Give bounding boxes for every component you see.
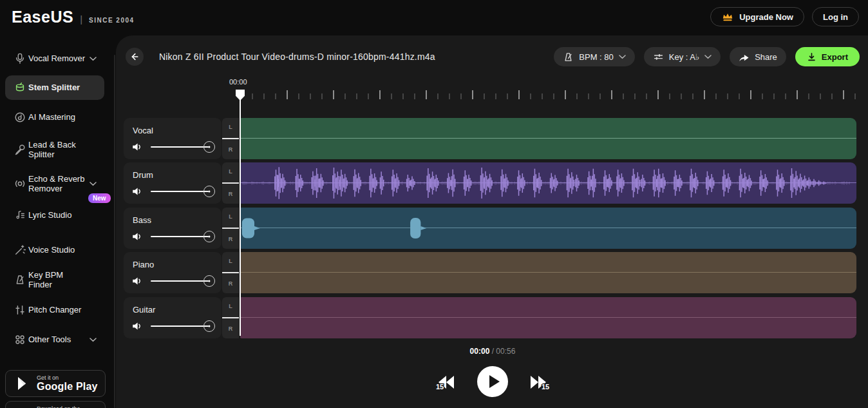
sidebar-item-ai-mastering[interactable]: AI Mastering <box>0 106 116 128</box>
ruler-tick <box>449 93 450 99</box>
ruler-tick <box>576 93 578 99</box>
sidebar-item-lyric-studio[interactable]: Lyric Studio New <box>0 204 116 226</box>
export-label: Export <box>822 52 848 62</box>
share-button[interactable]: Share <box>730 47 786 66</box>
channel-left-label: L <box>222 124 239 130</box>
ruler-tick <box>739 93 740 99</box>
echo-icon <box>14 178 26 189</box>
sidebar-item-voice-studio[interactable]: Voice Studio <box>0 239 116 261</box>
ruler-tick <box>379 90 381 99</box>
sidebar-item-label: Key BPM Finder <box>28 270 88 290</box>
sidebar-item-stem-splitter[interactable]: Stem Splitter <box>5 75 104 100</box>
channel-column: L R <box>222 252 239 293</box>
volume-slider[interactable] <box>151 191 209 192</box>
skip-forward-15-button[interactable]: 15 <box>529 374 551 391</box>
ruler-tick <box>762 93 763 99</box>
app-store-badge[interactable]: Download on the <box>5 401 106 408</box>
track-row-vocal: Vocal L R <box>116 118 868 159</box>
waveform-piano[interactable] <box>240 252 856 293</box>
waveform-drum[interactable] <box>240 162 856 204</box>
speaker-icon[interactable] <box>131 231 143 242</box>
track-row-bass: Bass L R <box>116 208 868 249</box>
ruler-ticks[interactable] <box>240 90 856 100</box>
speaker-icon[interactable] <box>131 186 143 197</box>
volume-slider[interactable] <box>151 236 209 237</box>
speaker-icon[interactable] <box>131 275 143 287</box>
key-value: Key : A♭ <box>669 52 699 62</box>
channel-column: L R <box>222 118 239 159</box>
download-icon <box>807 52 816 62</box>
sidebar-item-label: Vocal Remover <box>28 53 85 63</box>
sidebar-item-key-bpm-finder[interactable]: Key BPM Finder <box>0 269 116 291</box>
key-slider-icon <box>653 52 664 63</box>
chevron-down-icon <box>619 55 626 59</box>
ruler-tick <box>588 93 589 99</box>
crown-icon <box>721 11 734 23</box>
speaker-icon[interactable] <box>131 320 143 332</box>
ruler-tick <box>287 90 288 99</box>
ruler-tick <box>321 93 323 99</box>
channel-column: L R <box>222 297 239 338</box>
current-time: 00:00 <box>470 347 490 356</box>
google-play-icon <box>17 376 30 391</box>
sidebar-item-lead-back-splitter[interactable]: Lead & Back Splitter <box>0 134 116 165</box>
mastering-icon <box>14 112 26 123</box>
ruler-tick <box>414 93 415 99</box>
skip-forward-value: 15 <box>542 383 549 391</box>
track-card: Bass <box>124 208 222 249</box>
lyric-note-icon <box>14 209 26 221</box>
waveform-centerline <box>240 138 856 139</box>
volume-knob[interactable] <box>203 141 215 153</box>
ruler-tick <box>599 93 601 99</box>
waveform-guitar[interactable] <box>240 297 856 338</box>
ruler-tick <box>344 93 346 99</box>
export-button[interactable]: Export <box>795 47 860 66</box>
channel-right-label: R <box>222 280 239 287</box>
upgrade-button[interactable]: Upgrade Now <box>710 7 804 26</box>
logo-separator: | <box>80 14 82 24</box>
logo-text: EaseUS <box>12 8 73 26</box>
ruler-tick <box>692 93 693 99</box>
sidebar-item-vocal-remover[interactable]: Vocal Remover <box>0 48 116 69</box>
google-play-badge[interactable]: Get it on Google Play <box>5 370 106 397</box>
total-time: 00:56 <box>496 347 515 356</box>
easeus-logo[interactable]: EaseUS | SINCE 2004 <box>12 8 135 26</box>
ruler-tick <box>727 93 728 99</box>
channel-column: L R <box>222 208 239 249</box>
upgrade-label: Upgrade Now <box>739 12 793 22</box>
speaker-icon[interactable] <box>131 141 143 153</box>
ruler-tick <box>715 93 717 99</box>
sidebar-item-label: Echo & Reverb Remover <box>28 174 88 194</box>
waveform-vocal[interactable] <box>240 118 856 159</box>
volume-slider[interactable] <box>151 280 209 282</box>
play-button[interactable] <box>477 366 508 397</box>
topbar: EaseUS | SINCE 2004 Upgrade Now Log in <box>0 0 868 35</box>
login-button[interactable]: Log in <box>812 7 859 26</box>
volume-knob[interactable] <box>203 320 215 332</box>
karaoke-mic-icon <box>14 144 26 155</box>
chevron-down-icon <box>90 338 97 342</box>
sidebar-item-other-tools[interactable]: Other Tools <box>0 329 116 351</box>
back-button[interactable] <box>126 48 144 66</box>
volume-slider[interactable] <box>151 325 209 327</box>
ruler-tick <box>275 93 276 99</box>
ruler-tick <box>773 93 775 99</box>
track-card: Vocal <box>124 118 222 159</box>
volume-knob[interactable] <box>203 275 215 287</box>
chevron-down-icon <box>90 182 97 186</box>
ruler-tick <box>553 93 554 99</box>
ruler-tick <box>623 93 624 99</box>
bpm-dropdown[interactable]: BPM : 80 <box>554 47 634 66</box>
volume-knob[interactable] <box>203 231 215 242</box>
key-dropdown[interactable]: Key : A♭ <box>644 47 721 66</box>
sidebar-item-pitch-changer[interactable]: Pitch Changer <box>0 299 116 321</box>
volume-knob[interactable] <box>203 186 215 197</box>
ruler-tick <box>681 93 682 99</box>
skip-back-15-button[interactable]: 15 <box>434 374 456 391</box>
ruler-tick <box>518 90 520 99</box>
waveform-bass[interactable] <box>240 208 856 249</box>
waveform-centerline <box>240 272 856 273</box>
ruler-tick <box>843 90 844 99</box>
ruler-tick <box>646 93 647 99</box>
volume-slider[interactable] <box>151 146 209 148</box>
